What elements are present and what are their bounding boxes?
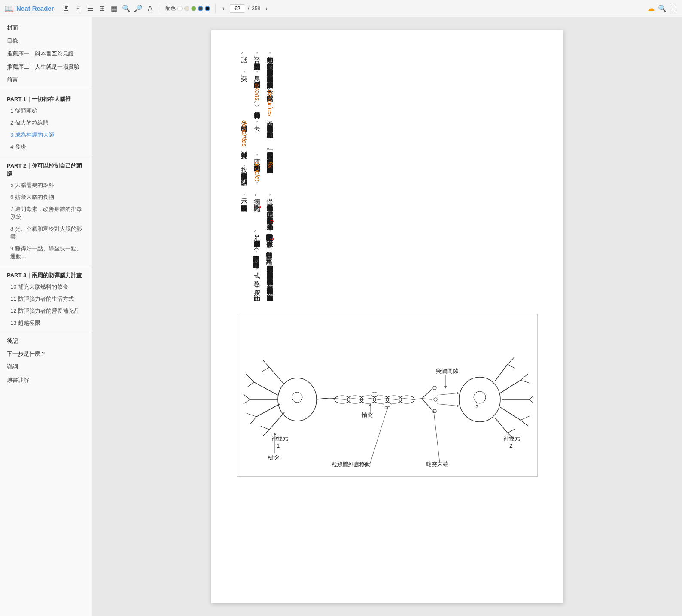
sidebar-item-ch9[interactable]: 9 睡得好一點、靜坐快一點、運動... — [0, 243, 92, 262]
svg-line-24 — [422, 399, 432, 410]
svg-line-10 — [247, 413, 256, 417]
svg-line-43 — [508, 429, 515, 433]
toolbar: 📖 Neat Reader 🖹 ⎘ ☰ ⊞ ▤ 🔍 🔎 A 配色 ‹ / 358… — [0, 0, 682, 17]
sidebar-item-ch2[interactable]: 2 偉大的粒線體 — [0, 117, 92, 129]
search-icon[interactable]: 🔍 — [122, 4, 131, 13]
next-page-button[interactable]: › — [264, 4, 269, 13]
save-icon[interactable]: 🖹 — [62, 4, 70, 13]
neuron-diagram: 2 — [237, 314, 538, 477]
cloud-icon[interactable]: ☁ — [647, 4, 655, 13]
svg-line-23 — [422, 399, 432, 399]
svg-line-48 — [437, 404, 458, 406]
svg-text:神經元: 神經元 — [503, 435, 520, 442]
text-col-13: 神經元和其他人體細胞又不一樣。神經元有些獨特的細胞成 — [237, 147, 277, 153]
app-brand: 📖 Neat Reader — [4, 4, 54, 13]
svg-line-39 — [521, 416, 530, 420]
sidebar-item-notes[interactable]: 原書註解 — [0, 374, 92, 387]
svg-line-40 — [508, 357, 514, 364]
brand-title: Neat Reader — [16, 5, 54, 12]
prev-page-button[interactable]: ‹ — [221, 4, 226, 13]
text-col-10: 慢，很可能會形成神經退化性疾病。研究顯示，若這些移動的速度減 — [237, 193, 277, 206]
svg-line-1 — [254, 382, 278, 395]
svg-line-11 — [250, 417, 256, 424]
text-col-18: 給其他神經元，它們是細胞的「聲音」，因為它們負責說話。 — [237, 52, 277, 64]
main-text-block: 其次，每個神經元的小小分支（稱後會詳細說明）。這些分支雖然從極 其微小，但單一細… — [237, 52, 277, 301]
sidebar-item-ch6[interactable]: 6 妨礙大腦的食物 — [0, 191, 92, 203]
svg-text:樹突: 樹突 — [268, 454, 279, 461]
text-col-5: 目的是要把附近的粒線體到細胞端面，而這些運動也需要能 — [237, 261, 277, 267]
fullscreen-icon[interactable]: ⛶ — [669, 4, 678, 13]
sidebar-item-ch7[interactable]: 7 避開毒素，改善身體的排毒系統 — [0, 203, 92, 223]
text-col-12: 樣，神經元周圍也有小型油滴形成的薄膜，是從其神經元的工作之 — [237, 153, 277, 162]
svg-point-49 — [371, 392, 378, 396]
text-col-11: 和你身體裡的其他細胞（fat droplet，按：或稱脂肪滴）形成的薄膜，但以結 — [237, 162, 277, 193]
svg-line-7 — [248, 382, 254, 387]
sidebar-item-thanks[interactable]: 謝詞 — [0, 360, 92, 373]
text-col-8: 6，就像卡車載著備用電機到細胞線路 — [237, 220, 277, 229]
font-icon[interactable]: A — [146, 4, 155, 13]
sidebar-item-ch8[interactable]: 8 光、空氣和寒冷對大腦的影響 — [0, 223, 92, 243]
sidebar-item-next[interactable]: 下一步是什麼？ — [0, 348, 92, 360]
color-dark[interactable] — [198, 6, 203, 11]
brand-icon: 📖 — [4, 4, 14, 13]
sidebar-section-part3[interactable]: PART 3｜兩周的防彈腦力計畫 — [0, 268, 92, 281]
sidebar-item-ch11[interactable]: 11 防彈腦力者的生活方式 — [0, 293, 92, 305]
svg-line-47 — [437, 393, 458, 395]
text-col-15: 分，叫做樹突（dendrites）與軸突（axons）。樹突從神經元延 — [237, 83, 277, 120]
sidebar-item-ch5[interactable]: 5 大腦需要的燃料 — [0, 179, 92, 191]
sidebar-divider2 — [0, 156, 92, 156]
sidebar-item-ch1[interactable]: 1 從頭開始 — [0, 105, 92, 117]
page-nav: / 358 — [230, 4, 260, 13]
sidebar-item-ch3[interactable]: 3 成為神經的大師 — [0, 129, 92, 141]
svg-line-8 — [244, 394, 250, 399]
sidebar-item-cover[interactable]: 封面 — [0, 21, 92, 34]
color-light[interactable] — [184, 6, 189, 11]
svg-line-35 — [521, 380, 530, 383]
color-black[interactable] — [205, 6, 210, 11]
text-col-9: 的大量需求，要滿足這些運動的速度減慢，神經退化性疾病7。 — [237, 206, 277, 220]
sidebar-item-ch12[interactable]: 12 防彈腦力者的營養補充品 — [0, 305, 92, 317]
main-layout: 封面 目錄 推薦序一｜與本書互為見證 推薦序二｜人生就是一場實驗 前言 PART… — [0, 17, 682, 616]
grid-icon[interactable]: ⊞ — [98, 4, 107, 13]
svg-line-37 — [529, 399, 533, 405]
sidebar-item-epilogue[interactable]: 後記 — [0, 335, 92, 348]
sidebar-item-toc[interactable]: 目錄 — [0, 34, 92, 47]
svg-text:2: 2 — [509, 442, 512, 449]
svg-line-9 — [244, 399, 250, 404]
svg-line-14 — [261, 426, 269, 430]
color-green[interactable] — [191, 6, 196, 11]
copy-icon[interactable]: ⎘ — [74, 4, 82, 13]
sidebar-item-ch10[interactable]: 10 補充大腦燃料的飲食 — [0, 281, 92, 293]
svg-line-33 — [495, 418, 508, 433]
sidebar-item-ch13[interactable]: 13 超越極限 — [0, 317, 92, 329]
search-right-icon[interactable]: 🔍 — [658, 4, 667, 13]
toolbar-right: ☁ 🔍 ⛶ — [647, 4, 678, 13]
text-col-14: 他細胞那裡傳送和接收訊息，因此神經元從神經元延伸出去，叫做樹突（dendrite… — [237, 120, 277, 147]
content-area: 其次，每個神經元的小小分支（稱後會詳細說明）。這些分支雖然從極 其微小，但單一細… — [92, 17, 682, 616]
sidebar-item-ch4[interactable]: 4 發炎 — [0, 141, 92, 153]
zoom-out-icon[interactable]: 🔎 — [134, 4, 143, 13]
sidebar-item-preface2[interactable]: 推薦序二｜人生就是一場實驗 — [0, 61, 92, 73]
svg-line-63 — [370, 408, 387, 463]
sidebar-divider3 — [0, 265, 92, 265]
svg-line-31 — [500, 407, 521, 420]
menu-icon[interactable]: ☰ — [86, 4, 94, 13]
sidebar-section-part2[interactable]: PART 2｜你可以控制自己的頭腦 — [0, 159, 92, 179]
columns-icon[interactable]: ▤ — [110, 4, 119, 13]
svg-line-64 — [434, 412, 440, 463]
page-input[interactable] — [230, 4, 245, 13]
svg-point-28 — [459, 377, 500, 422]
sidebar-item-preface1[interactable]: 推薦序一｜與本書互為見證 — [0, 47, 92, 60]
svg-line-3 — [256, 404, 280, 417]
svg-text:突觸間隙: 突觸間隙 — [436, 368, 458, 374]
book-page: 其次，每個神經元的小小分支（稱後會詳細說明）。這些分支雖然從極 其微小，但單一細… — [211, 30, 563, 603]
svg-line-12 — [263, 360, 269, 367]
svg-point-45 — [474, 391, 486, 403]
svg-text:粒線體到處移動: 粒線體到處移動 — [332, 461, 371, 467]
sidebar-section-part1[interactable]: PART 1｜一切都在大腦裡 — [0, 92, 92, 105]
svg-line-36 — [529, 394, 533, 399]
color-white[interactable] — [177, 6, 183, 11]
svg-point-25 — [433, 386, 436, 390]
sidebar-item-foreword[interactable]: 前言 — [0, 73, 92, 86]
svg-line-29 — [500, 380, 521, 393]
